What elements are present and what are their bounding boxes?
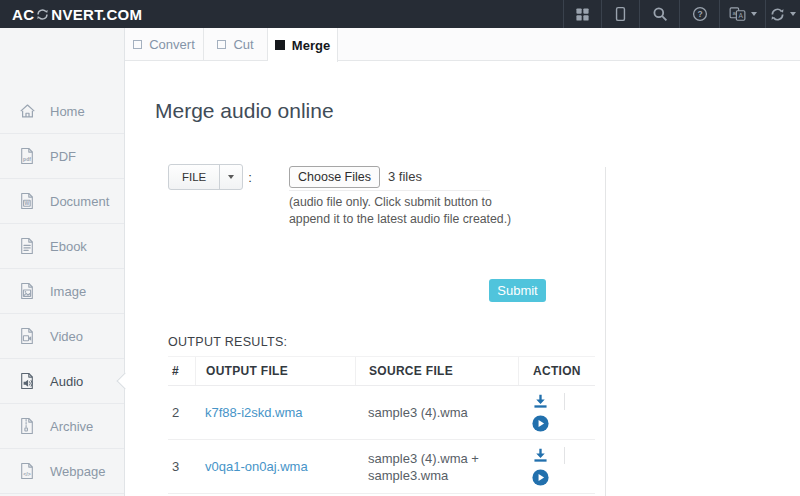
output-file-link[interactable]: k7f88-i2skd.wma	[205, 405, 303, 420]
play-icon	[532, 469, 549, 486]
svg-text:W: W	[25, 200, 30, 206]
square-outline-icon	[217, 40, 226, 49]
sidebar-item-image[interactable]: Image	[0, 269, 124, 314]
output-results-label: OUTPUT RESULTS:	[168, 335, 287, 349]
sidebar-item-home[interactable]: Home	[0, 89, 124, 134]
sidebar-item-audio[interactable]: Audio	[0, 359, 124, 404]
tab-cut[interactable]: Cut	[204, 28, 268, 61]
source-file-cell: sample3 (4).wma + sample3.wma	[355, 450, 518, 484]
site-logo[interactable]: AC NVERT.COM	[12, 6, 142, 23]
main-content: Merge audio online FILE : Choose Files 3…	[125, 61, 800, 496]
column-header-output-file: OUTPUT FILE	[195, 357, 355, 385]
table-header-row: # OUTPUT FILE SOURCE FILE ACTION	[168, 356, 595, 386]
logo-text-prefix: AC	[12, 6, 34, 23]
colon-separator: :	[248, 170, 252, 185]
tab-label: Cut	[233, 37, 253, 52]
form-hint-text: (audio file only. Click submit button to…	[289, 194, 517, 227]
tab-label: Merge	[292, 38, 330, 53]
square-outline-icon	[133, 40, 142, 49]
dropdown-caret	[219, 165, 242, 189]
svg-text:pdf: pdf	[23, 156, 31, 162]
logo-sync-icon	[36, 8, 49, 21]
action-cell	[518, 447, 595, 486]
action-cell	[518, 393, 595, 432]
refresh-icon[interactable]	[765, 0, 800, 28]
sidebar-item-ebook[interactable]: Ebook	[0, 224, 124, 269]
download-button[interactable]	[532, 393, 549, 410]
selected-files-count: 3 files	[388, 169, 422, 184]
sidebar-item-label: Home	[50, 104, 85, 119]
column-header-num: #	[168, 364, 195, 378]
video-file-icon	[19, 327, 37, 345]
play-button[interactable]	[532, 415, 549, 432]
sidebar-item-pdf[interactable]: pdf PDF	[0, 134, 124, 179]
sidebar-item-document[interactable]: W Document	[0, 179, 124, 224]
caret-down-icon	[790, 12, 796, 16]
tab-merge[interactable]: Merge	[268, 28, 338, 62]
help-icon[interactable]: ?	[679, 0, 719, 28]
webpage-file-icon: </>	[19, 462, 37, 480]
document-file-icon: W	[19, 192, 37, 210]
download-icon	[532, 393, 549, 410]
merge-form-row: FILE :	[168, 164, 252, 190]
sidebar-item-video[interactable]: Video	[0, 314, 124, 359]
column-header-action: ACTION	[518, 357, 595, 385]
table-row: 2 k7f88-i2skd.wma sample3 (4).wma	[168, 386, 595, 440]
play-button[interactable]	[532, 469, 549, 486]
download-button[interactable]	[532, 447, 549, 464]
search-icon[interactable]	[639, 0, 679, 28]
archive-file-icon	[19, 417, 37, 435]
tab-label: Convert	[149, 37, 195, 52]
svg-text:A: A	[738, 12, 743, 19]
logo-text-suffix: NVERT.COM	[51, 6, 142, 23]
output-results-table: # OUTPUT FILE SOURCE FILE ACTION 2 k7f88…	[168, 356, 595, 494]
table-row: 3 v0qa1-on0aj.wma sample3 (4).wma + samp…	[168, 440, 595, 494]
source-file-cell: sample3 (4).wma	[355, 404, 518, 421]
submit-button[interactable]: Submit	[489, 279, 546, 302]
home-icon	[19, 103, 37, 119]
choose-files-button[interactable]: Choose Files	[289, 166, 380, 188]
audio-file-icon	[19, 372, 37, 390]
sidebar-item-label: Archive	[50, 419, 93, 434]
sidebar-item-label: Webpage	[50, 464, 105, 479]
download-icon	[532, 447, 549, 464]
header-icon-bar: ? a A	[563, 0, 800, 28]
caret-down-icon	[751, 12, 757, 16]
square-filled-icon	[275, 40, 285, 50]
file-input-zone: Choose Files 3 files	[289, 163, 490, 191]
svg-text:?: ?	[697, 9, 702, 19]
mobile-device-icon[interactable]	[601, 0, 639, 28]
sidebar-item-label: Image	[50, 284, 86, 299]
file-source-dropdown[interactable]: FILE	[168, 164, 243, 190]
image-file-icon	[19, 282, 37, 300]
sidebar-item-label: Video	[50, 329, 83, 344]
sidebar-item-archive[interactable]: Archive	[0, 404, 124, 449]
tab-bar: Convert Cut Merge	[125, 28, 800, 61]
sidebar-item-label: Document	[50, 194, 109, 209]
content-scroll-divider	[605, 167, 606, 496]
pdf-file-icon: pdf	[19, 147, 37, 165]
sidebar-item-label: Audio	[50, 374, 83, 389]
row-number: 3	[168, 459, 195, 474]
top-header: AC NVERT.COM	[0, 0, 800, 28]
svg-text:</>: </>	[23, 471, 31, 477]
page-title: Merge audio online	[155, 99, 334, 123]
play-icon	[532, 415, 549, 432]
tab-convert[interactable]: Convert	[125, 28, 204, 61]
ebook-file-icon	[19, 237, 37, 255]
sidebar: Home pdf PDF W Document Ebook	[0, 28, 125, 496]
apps-grid-icon[interactable]	[563, 0, 601, 28]
output-file-link[interactable]: v0qa1-on0aj.wma	[205, 459, 308, 474]
column-header-source-file: SOURCE FILE	[355, 357, 518, 385]
row-number: 2	[168, 405, 195, 420]
sidebar-item-label: Ebook	[50, 239, 87, 254]
sidebar-item-webpage[interactable]: </> Webpage	[0, 449, 124, 494]
file-source-label: FILE	[169, 165, 219, 189]
sidebar-item-label: PDF	[50, 149, 76, 164]
language-icon[interactable]: a A	[719, 0, 765, 28]
